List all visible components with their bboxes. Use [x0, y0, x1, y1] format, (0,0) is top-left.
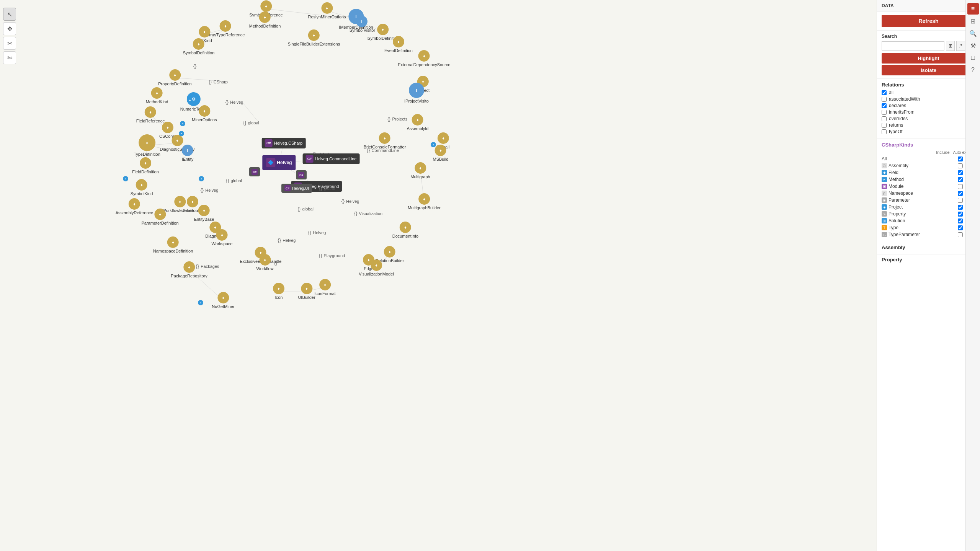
strip-icon-help[interactable]: ?	[967, 64, 979, 76]
kind-assembly-include[interactable]	[958, 163, 963, 168]
search-icon-btn-1[interactable]: ⊞	[946, 41, 955, 51]
kind-property-include[interactable]	[958, 212, 963, 217]
search-icon-btn-2[interactable]: .*	[956, 41, 965, 51]
node-namespace-definition[interactable]: ♦ NamespaceDefinition	[153, 236, 193, 253]
kind-all-include[interactable]	[958, 156, 963, 161]
node-helveg-ui[interactable]: C# Helveg.UI	[281, 184, 312, 193]
kind-field-include[interactable]	[958, 170, 963, 175]
relation-declares: declares	[882, 103, 975, 108]
node-helveg-csharp[interactable]: C# Helveg.CSharp	[262, 138, 306, 148]
node-multigraph-builder[interactable]: ♦ MultigraphBuilder	[408, 193, 441, 210]
node-visualization-ns[interactable]: {} Visualization	[354, 210, 382, 216]
node-helveg-ns5[interactable]: {} Helveg	[278, 237, 296, 243]
node-anon-ns[interactable]: {}	[193, 63, 197, 69]
node-decorator-6: +	[199, 176, 204, 181]
refresh-button[interactable]: Refresh	[882, 15, 975, 27]
node-helveg-vs[interactable]: 🔷 Helveg	[262, 155, 296, 170]
node-ui-builder[interactable]: ♦ UIBuilder	[298, 283, 315, 300]
node-assembly-id[interactable]: ♦ AssemblyId	[407, 114, 429, 131]
kind-typeparam-include[interactable]	[958, 232, 963, 237]
strip-icon-data[interactable]: ≡	[967, 3, 979, 15]
relation-overrides-checkbox[interactable]	[882, 116, 887, 121]
node-field-reference[interactable]: ♦ FieldReference	[136, 106, 165, 123]
node-field-definition[interactable]: ♦ FieldDefinition	[132, 157, 159, 174]
node-global-ns5[interactable]: {} global	[319, 185, 335, 191]
kind-solution-include[interactable]	[958, 218, 963, 223]
node-nuget-miner[interactable]: ♦ NuGetMiner	[212, 292, 234, 309]
move-tool[interactable]: ✥	[3, 22, 16, 35]
cut-tool-2[interactable]: ✄	[3, 51, 16, 64]
kind-parameter-include[interactable]	[958, 198, 963, 203]
node-brief-console-formatter[interactable]: ♦ BriefConsoleFormatter	[364, 132, 406, 149]
node-icon-format[interactable]: ♦ IconFormat	[314, 279, 336, 296]
node-commandline-ns[interactable]: {} CommandLine	[367, 147, 399, 153]
left-toolbar: ↖ ✥ ✂ ✄	[3, 8, 16, 64]
relations-title: Relations	[882, 82, 975, 88]
relation-associated-with: associatedWith	[882, 96, 975, 102]
node-symbol-definition[interactable]: ♦ SymbolDefinition	[183, 38, 215, 55]
relation-associated-checkbox[interactable]	[882, 97, 887, 102]
cut-tool-1[interactable]: ✂	[3, 37, 16, 50]
node-entity-base[interactable]: ♦ EntityBase	[194, 205, 214, 222]
node-csharp-sm1[interactable]: C#	[249, 167, 260, 176]
node-global-ns7[interactable]: {}	[274, 260, 278, 266]
kind-project-include[interactable]	[958, 205, 963, 210]
node-multigraph[interactable]: ♦ Multigraph	[410, 162, 430, 179]
node-projects-ns[interactable]: {} Projects	[387, 116, 407, 122]
node-method-kind[interactable]: ♦ MethodKind	[146, 87, 168, 104]
highlight-button[interactable]: Highlight	[882, 53, 975, 64]
node-visualization-model[interactable]: ♦ VisualizationModel	[359, 259, 394, 276]
relation-typeof-checkbox[interactable]	[882, 129, 887, 134]
node-package-repository[interactable]: ♦ PackageRepository	[171, 261, 207, 278]
node-method-definition[interactable]: ♦ MethodDefinition	[249, 11, 281, 28]
node-document-info[interactable]: ♦ DocumentInfo	[392, 222, 418, 238]
node-csharp-sm2[interactable]: C#	[296, 170, 307, 179]
node-global-ns3[interactable]: {} global	[226, 178, 242, 183]
relation-inherits-checkbox[interactable]	[882, 110, 887, 115]
node-symbol-kind[interactable]: ♦ SymbolKind	[131, 179, 153, 196]
node-helveg-commandline[interactable]: C# Helveg.CommandLine	[303, 153, 360, 164]
strip-icon-info[interactable]: □	[967, 52, 979, 64]
node-helveg-ns3[interactable]: {} Helveg	[341, 198, 359, 204]
node-helveg-ns2[interactable]: {} Helveg	[201, 187, 219, 193]
node-helveg-ns1[interactable]: {} Helveg	[225, 99, 243, 105]
search-row: ⊞ .* JS	[882, 41, 975, 51]
relation-inherits-from: inheritsFrom	[882, 109, 975, 115]
kind-parameter: ◉ Parameter	[882, 197, 975, 203]
node-msbuild[interactable]: ♦ MSBuild	[433, 145, 449, 161]
relation-returns-checkbox[interactable]	[882, 123, 887, 128]
node-workspace[interactable]: ♦ Workspace	[212, 229, 233, 246]
kind-namespace-include[interactable]	[958, 191, 963, 196]
node-workflow[interactable]: ♦ Workflow	[256, 254, 273, 271]
kind-type-include[interactable]	[958, 225, 963, 230]
node-playground-ns[interactable]: {} Playground	[319, 253, 345, 258]
node-global-ns1[interactable]: {} global	[243, 120, 259, 126]
strip-icon-search[interactable]: 🔍	[967, 28, 979, 39]
search-input[interactable]	[882, 41, 944, 51]
node-parameter-definition[interactable]: ♦ ParameterDefinition	[141, 209, 178, 225]
node-icon[interactable]: ♦ Icon	[273, 283, 284, 300]
isolate-button[interactable]: Isolate	[882, 65, 975, 75]
node-ientity[interactable]: I IEntity	[182, 145, 194, 161]
relation-declares-checkbox[interactable]	[882, 103, 887, 108]
node-global-ns6[interactable]: {} global	[297, 206, 314, 212]
strip-icon-settings[interactable]: ⚒	[967, 40, 979, 51]
relation-all-checkbox[interactable]	[882, 90, 887, 95]
node-type-definition[interactable]: ♦ TypeDefinition	[134, 134, 160, 156]
node-csharp-ns[interactable]: {} CSharp	[209, 79, 228, 85]
graph-canvas[interactable]: ↖ ✥ ✂ ✄ ♦ SymbolReference ♦ MethodDefini…	[0, 0, 877, 551]
node-helveg-ns4[interactable]: {} Helveg	[308, 230, 326, 235]
relation-typeof: typeOf	[882, 129, 975, 134]
node-property-definition[interactable]: ♦ PropertyDefinition	[158, 69, 191, 86]
select-tool[interactable]: ↖	[3, 8, 16, 21]
graph-nodes: ♦ SymbolReference ♦ MethodDefinition ♦ R…	[0, 0, 877, 551]
strip-icon-graph[interactable]: ⊞	[967, 15, 979, 27]
kind-method-include[interactable]	[958, 177, 963, 182]
node-external-dependency[interactable]: ♦ ExternalDependencySource	[398, 50, 451, 67]
node-miner-options[interactable]: ♦ MinerOptions	[192, 105, 217, 122]
node-single-file-builder[interactable]: ♦ SingleFileBuilderExtensions	[288, 29, 340, 46]
node-array-type-reference[interactable]: ♦ ArrayTypeReference	[206, 20, 245, 37]
kind-module-include[interactable]	[958, 184, 963, 189]
assembly-title: Assembly	[882, 245, 975, 250]
node-iproject-visitor[interactable]: I IProjectVisito	[404, 83, 429, 103]
